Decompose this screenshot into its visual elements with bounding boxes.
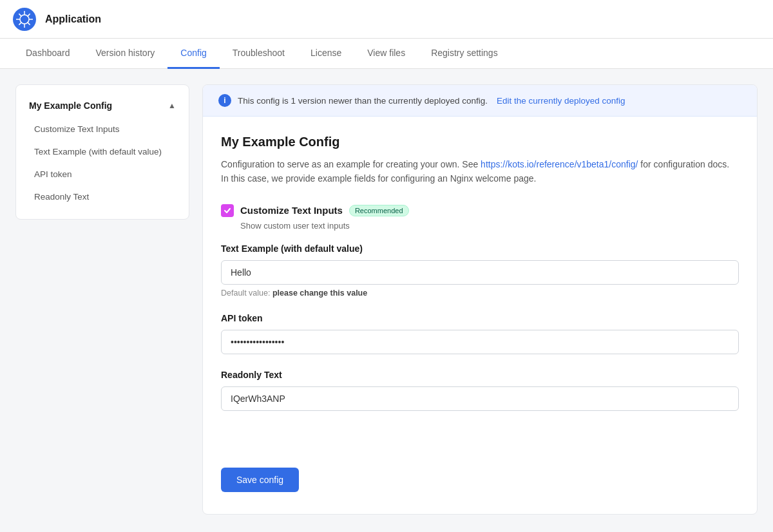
tab-troubleshoot[interactable]: Troubleshoot bbox=[220, 39, 298, 69]
field-group-text-example: Text Example (with default value) Defaul… bbox=[221, 243, 739, 298]
field-label-text-example: Text Example (with default value) bbox=[221, 243, 739, 254]
nav-tabs: Dashboard Version history Config Trouble… bbox=[0, 39, 773, 69]
field-label-api-token: API token bbox=[221, 313, 739, 323]
info-icon: i bbox=[218, 94, 231, 107]
readonly-text-input[interactable] bbox=[221, 386, 739, 411]
info-banner: i This config is 1 version newer than th… bbox=[203, 85, 757, 117]
tab-config[interactable]: Config bbox=[167, 39, 219, 69]
edit-deployed-config-link[interactable]: Edit the currently deployed config bbox=[497, 96, 625, 106]
field-group-readonly-text: Readonly Text bbox=[221, 370, 739, 411]
main-content: My Example Config ▲ Customize Text Input… bbox=[0, 69, 773, 530]
recommended-badge: Recommended bbox=[349, 205, 409, 216]
config-content: My Example Config Configuration to serve… bbox=[203, 117, 757, 452]
app-logo bbox=[13, 8, 36, 31]
sidebar-item-text-example[interactable]: Text Example (with default value) bbox=[16, 141, 189, 164]
config-docs-link[interactable]: https://kots.io/reference/v1beta1/config… bbox=[481, 159, 638, 169]
tab-version-history[interactable]: Version history bbox=[83, 39, 168, 69]
info-banner-text: This config is 1 version newer than the … bbox=[238, 96, 488, 106]
section-label: Customize Text Inputs bbox=[240, 205, 343, 216]
tab-view-files[interactable]: View files bbox=[354, 39, 418, 69]
chevron-up-icon: ▲ bbox=[168, 101, 176, 110]
api-token-input[interactable] bbox=[221, 330, 739, 354]
text-example-input[interactable] bbox=[221, 260, 739, 285]
config-title: My Example Config bbox=[221, 135, 739, 149]
content-panel: i This config is 1 version newer than th… bbox=[202, 84, 758, 515]
section-sublabel: Show custom user text inputs bbox=[240, 221, 739, 231]
hint-value-text-example: please change this value bbox=[272, 289, 367, 298]
content-footer: Save config bbox=[203, 452, 757, 510]
sidebar-item-customize-text-inputs[interactable]: Customize Text Inputs bbox=[16, 119, 189, 141]
sidebar-item-api-token[interactable]: API token bbox=[16, 164, 189, 186]
sidebar-heading: My Example Config bbox=[29, 100, 112, 111]
field-hint-text-example: Default value: please change this value bbox=[221, 289, 739, 298]
section-customize-text-inputs: Customize Text Inputs Recommended bbox=[221, 204, 739, 217]
field-label-readonly-text: Readonly Text bbox=[221, 370, 739, 380]
sidebar: My Example Config ▲ Customize Text Input… bbox=[15, 84, 189, 220]
sidebar-header: My Example Config ▲ bbox=[16, 95, 189, 119]
tab-dashboard[interactable]: Dashboard bbox=[13, 39, 83, 69]
top-bar: Application bbox=[0, 0, 773, 39]
save-config-button[interactable]: Save config bbox=[221, 468, 299, 492]
app-title: Application bbox=[45, 14, 101, 25]
checkbox-icon[interactable] bbox=[221, 204, 234, 217]
tab-registry-settings[interactable]: Registry settings bbox=[418, 39, 510, 69]
tab-license[interactable]: License bbox=[298, 39, 354, 69]
field-group-api-token: API token bbox=[221, 313, 739, 354]
config-description: Configuration to serve as an example for… bbox=[221, 157, 739, 186]
sidebar-item-readonly-text[interactable]: Readonly Text bbox=[16, 186, 189, 209]
